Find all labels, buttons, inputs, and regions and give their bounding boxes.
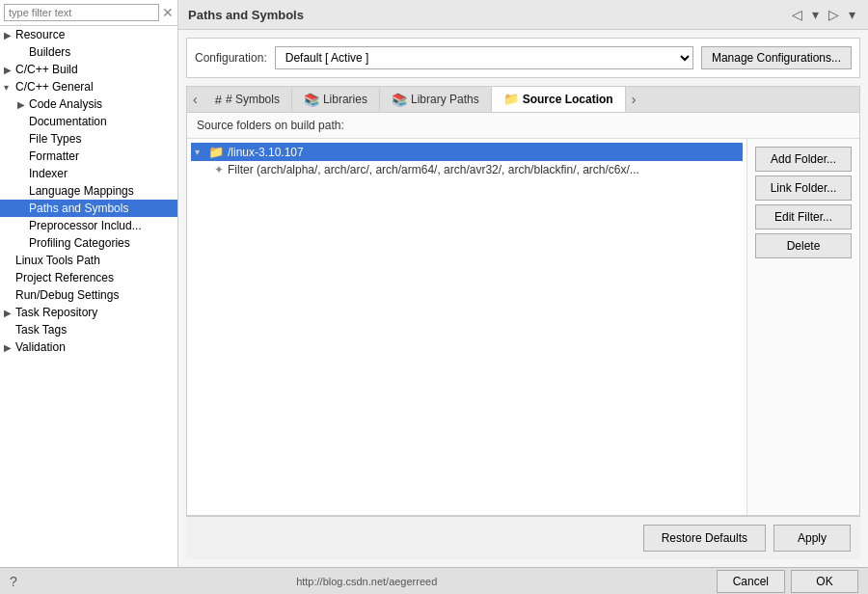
sidebar-item-label: Task Tags [15,323,67,337]
sidebar-item-label: Run/Debug Settings [15,288,119,302]
sidebar-item-label: Resource [15,28,65,41]
cancel-button[interactable]: Cancel [717,570,785,593]
config-select[interactable]: Default [ Active ] [275,46,693,69]
sidebar-item-run-debug-settings[interactable]: Run/Debug Settings [0,286,177,304]
sidebar-item-label: C/C++ General [15,80,94,94]
path-tree-child-filter-item[interactable]: ✦Filter (arch/alpha/, arch/arc/, arch/ar… [210,161,743,178]
path-tree: ▾📁/linux-3.10.107✦Filter (arch/alpha/, a… [187,139,746,515]
title-bar: Paths and Symbols ◁ ▾ ▷ ▾ [178,0,868,30]
libraries-tab-icon: 📚 [304,93,319,107]
sidebar-item-label: Indexer [29,167,68,180]
config-row: Configuration: Default [ Active ] Manage… [186,38,860,78]
sidebar-item-paths-and-symbols[interactable]: Paths and Symbols [0,200,177,217]
path-tree-item-linux-folder[interactable]: ▾📁/linux-3.10.107 [191,143,743,161]
tab-symbols-label: # Symbols [226,93,280,106]
sidebar-item-cpp-build[interactable]: ▶C/C++ Build [0,61,177,78]
nav-back-dropdown-icon[interactable]: ▾ [809,6,822,23]
sidebar-item-indexer[interactable]: Indexer [0,165,177,182]
edit-filter-button[interactable]: Edit Filter... [755,204,852,230]
filter-input[interactable] [4,4,159,21]
sidebar-item-cpp-general[interactable]: ▾C/C++ General [0,78,177,95]
content-area: Paths and Symbols ◁ ▾ ▷ ▾ Configuration:… [178,0,868,567]
sidebar-item-label: Builders [29,45,70,59]
add-folder-button[interactable]: Add Folder... [755,147,852,172]
side-buttons: Add Folder...Link Folder...Edit Filter..… [746,139,859,515]
tab-symbols[interactable]: # # Symbols [203,88,292,112]
ok-button[interactable]: OK [791,570,858,593]
nav-forward-icon[interactable]: ▷ [826,6,842,23]
sidebar-item-formatter[interactable]: Formatter [0,148,177,165]
folder-icon: 📁 [208,145,224,159]
action-bar: Restore Defaults Apply [186,516,860,559]
tab-libraries[interactable]: 📚 Libraries [292,88,380,112]
sidebar-item-label: Task Repository [15,306,97,319]
sidebar-item-label: C/C++ Build [15,63,78,76]
sidebar-item-label: Validation [15,340,66,354]
sidebar-item-label: File Types [29,132,81,146]
tab-source-location[interactable]: 📁 Source Location [492,87,626,112]
tab-libraries-label: Libraries [323,93,367,106]
sidebar-item-task-tags[interactable]: Task Tags [0,321,177,338]
sidebar-item-builders[interactable]: Builders [0,43,177,61]
arrow-icon: ▶ [4,342,15,353]
tab-panel-header: Source folders on build path: [187,113,859,139]
config-label: Configuration: [195,51,267,65]
nav-back-icon[interactable]: ◁ [789,6,805,23]
tab-library-paths[interactable]: 📚 Library Paths [380,88,492,112]
manage-configurations-button[interactable]: Manage Configurations... [701,46,852,69]
sidebar-item-preprocessor-includes[interactable]: Preprocessor Includ... [0,217,177,234]
filter-item-label: Filter (arch/alpha/, arch/arc/, arch/arm… [228,163,639,176]
arrow-icon: ▶ [4,65,15,75]
sidebar-item-resource[interactable]: ▶Resource [0,26,177,43]
tab-source-location-label: Source Location [523,93,613,106]
filter-clear-icon[interactable]: ✕ [162,5,174,20]
tab-library-paths-label: Library Paths [411,93,479,106]
footer-status: http://blog.csdn.net/aegerreed [296,576,437,587]
sidebar-item-label: Preprocessor Includ... [29,219,142,232]
tab-nav-next-button[interactable]: › [626,88,642,111]
sidebar-item-label: Formatter [29,149,79,163]
inner-content: Configuration: Default [ Active ] Manage… [178,30,868,567]
page-title: Paths and Symbols [188,8,304,22]
sidebar-item-label: Code Analysis [29,97,102,111]
source-location-tab-icon: 📁 [503,92,519,106]
restore-defaults-button[interactable]: Restore Defaults [643,525,766,552]
sidebar-item-language-mappings[interactable]: Language Mappings [0,182,177,200]
sidebar-tree: ▶ResourceBuilders▶C/C++ Build▾C/C++ Gene… [0,26,177,567]
nav-forward-dropdown-icon[interactable]: ▾ [846,6,858,23]
sidebar-item-validation[interactable]: ▶Validation [0,338,177,356]
path-item-label: /linux-3.10.107 [228,146,304,159]
sidebar-item-label: Documentation [29,115,107,128]
footer: ? http://blog.csdn.net/aegerreed Cancel … [0,567,868,594]
library-paths-tab-icon: 📚 [392,93,407,107]
title-icons: ◁ ▾ ▷ ▾ [789,6,858,23]
sidebar-item-documentation[interactable]: Documentation [0,113,177,130]
help-icon[interactable]: ? [10,574,17,589]
symbols-tab-icon: # [215,93,222,107]
tree-item-arrow-icon: ▾ [195,147,208,157]
apply-button[interactable]: Apply [773,525,851,552]
arrow-icon: ▾ [4,82,15,93]
filter-icon: ✦ [214,163,224,176]
arrow-icon: ▶ [17,99,29,110]
sidebar-item-linux-tools-path[interactable]: Linux Tools Path [0,252,177,269]
sidebar-item-profiling-categories[interactable]: Profiling Categories [0,234,177,252]
link-folder-button[interactable]: Link Folder... [755,176,852,201]
sidebar-item-code-analysis[interactable]: ▶Code Analysis [0,95,177,113]
sidebar-item-file-types[interactable]: File Types [0,130,177,148]
tab-panel: Source folders on build path: ▾📁/linux-3… [186,112,860,516]
sidebar-item-label: Paths and Symbols [29,202,128,215]
arrow-icon: ▶ [4,30,15,40]
sidebar-item-label: Language Mappings [29,184,134,198]
delete-button[interactable]: Delete [755,233,852,258]
tab-panel-body: ▾📁/linux-3.10.107✦Filter (arch/alpha/, a… [187,139,859,515]
sidebar-item-task-repository[interactable]: ▶Task Repository [0,304,177,321]
tab-nav-prev-button[interactable]: ‹ [187,88,203,111]
filter-bar: ✕ [0,0,177,26]
sidebar: ✕ ▶ResourceBuilders▶C/C++ Build▾C/C++ Ge… [0,0,178,567]
sidebar-item-label: Profiling Categories [29,236,130,250]
tabs-container: ‹ # # Symbols 📚 Libraries 📚 Library Path… [186,86,860,112]
sidebar-item-project-references[interactable]: Project References [0,269,177,286]
footer-buttons: Cancel OK [717,570,858,593]
arrow-icon: ▶ [4,308,15,318]
